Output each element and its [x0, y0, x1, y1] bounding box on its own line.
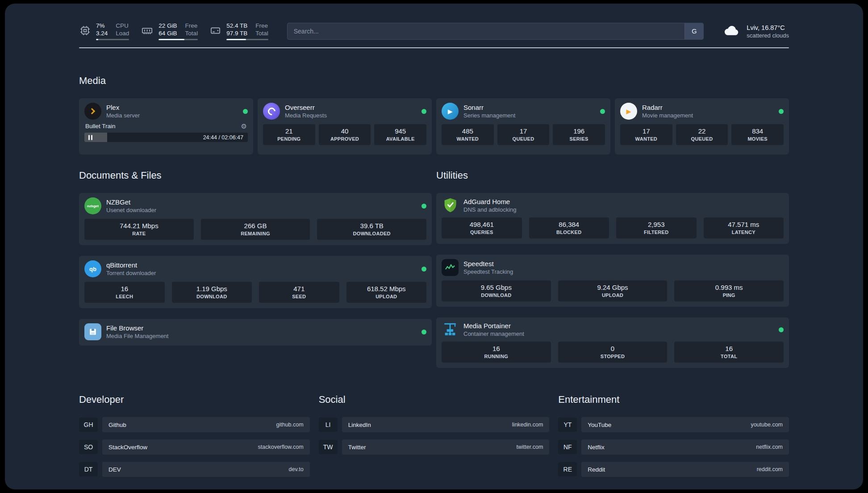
stat-value: 16	[86, 285, 163, 292]
stat-tile: 498,461 QUERIES	[442, 217, 522, 238]
service-card-nzbget[interactable]: nzbget NZBGet Usenet downloader 744.21 M…	[79, 193, 432, 245]
bookmark-abbr: TW	[319, 440, 338, 454]
memory-progress-fill	[159, 39, 184, 40]
status-dot	[779, 327, 784, 332]
stat-value: 17	[499, 127, 548, 135]
utilities-column: Utilities AdGuard Home DNS and adblockin…	[436, 170, 789, 368]
radarr-icon: ▶	[620, 103, 637, 120]
stat-label: PENDING	[265, 136, 313, 142]
search-engine-button[interactable]: G	[684, 23, 703, 39]
bookmark-link-netflix[interactable]: Netflix netflix.com	[581, 439, 789, 455]
stat-value: 618.52 Mbps	[348, 285, 425, 292]
search-input[interactable]	[288, 23, 685, 39]
service-card-portainer[interactable]: Media Portainer Container management 16 …	[436, 318, 789, 368]
bookmark-link-stackoverflow[interactable]: StackOverflow stackoverflow.com	[102, 439, 310, 455]
memory-free-label: Free	[185, 22, 198, 29]
qbittorrent-icon: qb	[84, 260, 101, 277]
stat-tile: 22 QUEUED	[676, 124, 728, 145]
bookmark-domain: github.com	[276, 422, 304, 428]
stat-tile: 945 AVAILABLE	[374, 124, 426, 145]
stat-value: 485	[443, 127, 492, 135]
service-card-overseerr[interactable]: Overseerr Media Requests 21 PENDING 40 A…	[258, 98, 432, 155]
service-card-plex[interactable]: Plex Media server Bullet Train ⚙ 24:44 /…	[79, 98, 253, 155]
bookmark-link-linkedin[interactable]: LinkedIn linkedin.com	[342, 417, 550, 432]
stat-tile: 9.65 Gbps DOWNLOAD	[442, 280, 551, 301]
bookmark-abbr: YT	[558, 418, 577, 432]
service-card-adguard[interactable]: AdGuard Home DNS and adblocking 498,461 …	[436, 193, 789, 244]
stat-value: 1.19 Gbps	[174, 285, 250, 292]
cpu-icon	[79, 25, 91, 38]
stat-tile: 0.993 ms PING	[674, 280, 784, 301]
filebrowser-icon	[84, 323, 101, 340]
stat-label: SEED	[261, 294, 338, 299]
stat-value: 196	[555, 127, 603, 135]
stat-value: 21	[265, 127, 313, 135]
stat-label: UPLOAD	[560, 292, 666, 298]
stat-label: LATENCY	[705, 230, 782, 235]
weather-condition: scattered clouds	[747, 32, 789, 39]
stat-value: 86,384	[531, 221, 608, 228]
cpu-load-label: Load	[116, 30, 129, 37]
stat-value: 498,461	[443, 221, 520, 228]
service-subtitle: Usenet downloader	[106, 207, 156, 213]
bookmark-link-github[interactable]: Github github.com	[102, 417, 310, 432]
stat-tile: 2,953 FILTERED	[616, 217, 697, 238]
cpu-load-value: 3.24	[96, 30, 108, 37]
service-subtitle: Movie management	[642, 112, 693, 119]
bookmark-row: TW Twitter twitter.com	[319, 439, 550, 455]
bookmark-domain: netflix.com	[756, 444, 783, 450]
disk-icon	[209, 25, 221, 38]
status-dot	[779, 109, 784, 114]
bookmark-link-dev[interactable]: DEV dev.to	[102, 462, 310, 477]
sonarr-icon: ▶	[442, 103, 459, 120]
weather-location: Lviv, 16.87°C	[747, 24, 789, 31]
stat-tile: 744.21 Mbps RATE	[84, 219, 194, 240]
stat-label: RUNNING	[443, 354, 549, 359]
service-card-speedtest[interactable]: Speedtest Speedtest Tracking 9.65 Gbps D…	[436, 255, 789, 307]
stat-value: 22	[678, 127, 726, 135]
playback-progress-bar[interactable]: 24:44 / 02:06:47	[84, 133, 248, 142]
cpu-usage-value: 7%	[96, 22, 108, 29]
service-card-sonarr[interactable]: ▶ Sonarr Series management 485 WANTED 17…	[436, 98, 610, 155]
stat-value: 2,953	[618, 221, 695, 228]
service-subtitle: Media server	[106, 112, 140, 119]
topbar-divider	[79, 47, 789, 48]
service-card-radarr[interactable]: ▶ Radarr Movie management 17 WANTED 22 Q…	[615, 98, 789, 155]
bookmark-name: Netflix	[588, 444, 605, 451]
stat-value: 40	[321, 127, 369, 135]
service-title: qBittorrent	[106, 261, 156, 269]
stat-tile: 266 GB REMAINING	[201, 219, 310, 240]
bookmarks-section: Developer GH Github github.com SO StackO…	[79, 394, 789, 484]
now-playing-title: Bullet Train	[85, 123, 116, 130]
service-title: Speedtest	[463, 260, 513, 267]
service-title: File Browser	[106, 324, 168, 332]
service-card-qbittorrent[interactable]: qb qBittorrent Torrent downloader 16 LEE…	[79, 256, 432, 308]
stat-value: 744.21 Mbps	[86, 222, 192, 230]
bookmark-link-twitter[interactable]: Twitter twitter.com	[342, 439, 550, 455]
stat-value: 9.65 Gbps	[443, 284, 549, 291]
bookmark-row: DT DEV dev.to	[79, 462, 310, 477]
bookmark-domain: dev.to	[289, 466, 304, 472]
stat-label: DOWNLOAD	[174, 294, 250, 299]
pause-icon[interactable]	[88, 135, 92, 140]
memory-total-value: 64 GiB	[159, 30, 177, 37]
bookmark-link-youtube[interactable]: YouTube youtube.com	[581, 417, 789, 432]
stat-value: 39.6 TB	[319, 222, 425, 230]
service-title: Overseerr	[285, 104, 327, 111]
bookmark-row: LI LinkedIn linkedin.com	[319, 417, 550, 432]
stat-label: STOPPED	[560, 354, 666, 359]
bookmark-link-reddit[interactable]: Reddit reddit.com	[581, 462, 789, 477]
bookmark-group-entertainment: Entertainment YT YouTube youtube.com NF …	[558, 394, 789, 484]
memory-widget: 22 GiB Free 64 GiB Total	[141, 22, 198, 40]
section-title-utilities: Utilities	[436, 170, 789, 181]
service-title: AdGuard Home	[463, 198, 517, 205]
service-card-filebrowser[interactable]: File Browser Media File Management	[79, 319, 432, 346]
portainer-icon	[442, 322, 459, 337]
stat-label: QUERIES	[443, 230, 520, 235]
bookmark-name: YouTube	[588, 422, 611, 428]
stat-label: UPLOAD	[348, 294, 425, 299]
bookmark-name: Reddit	[588, 466, 605, 473]
session-gear-icon[interactable]: ⚙	[241, 123, 247, 130]
section-title-media: Media	[79, 75, 789, 87]
service-title: Media Portainer	[463, 322, 524, 330]
